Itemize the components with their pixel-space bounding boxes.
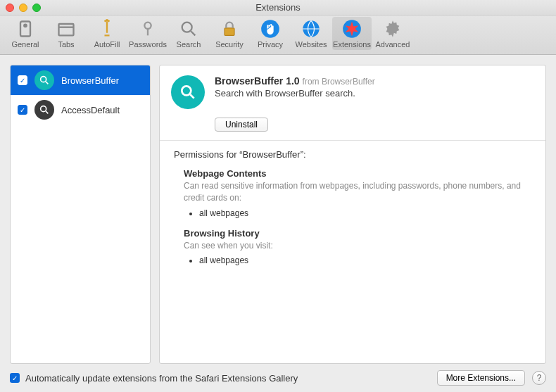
extension-detail: BrowserBuffer 1.0from BrowserBuffer Sear…	[159, 65, 546, 364]
svg-point-11	[41, 106, 46, 112]
svg-point-1	[24, 25, 27, 27]
lock-icon	[220, 19, 239, 39]
tab-passwords[interactable]: Passwords	[128, 17, 168, 50]
toolbar-label: Privacy	[258, 40, 283, 49]
auto-update-checkbox[interactable]: ✓	[10, 373, 20, 383]
help-button[interactable]: ?	[532, 371, 546, 385]
extensions-sidebar: ✓ BrowserBuffer ✓ AccessDefault	[10, 65, 151, 364]
extension-name: BrowserBuffer	[61, 75, 119, 86]
tabs-icon	[56, 19, 76, 39]
uninstall-button[interactable]: Uninstall	[215, 118, 268, 132]
svg-rect-2	[59, 24, 74, 35]
toolbar-label: Security	[215, 40, 244, 49]
hand-icon	[260, 19, 280, 39]
svg-point-12	[182, 86, 191, 95]
window-title: Extensions	[0, 2, 556, 13]
detail-header: BrowserBuffer 1.0from BrowserBuffer Sear…	[160, 65, 545, 115]
extension-item-accessdefault[interactable]: ✓ AccessDefault	[11, 95, 150, 125]
svg-point-4	[182, 23, 192, 32]
tab-extensions[interactable]: Extensions	[332, 17, 372, 50]
pencil-icon	[97, 19, 117, 39]
more-extensions-button[interactable]: More Extensions...	[437, 370, 525, 386]
tab-search[interactable]: Search	[169, 17, 208, 50]
permission-description: Can read sensitive information from webp…	[184, 180, 531, 204]
tab-security[interactable]: Security	[210, 17, 249, 50]
search-icon	[179, 19, 198, 39]
gear-icon	[383, 19, 403, 39]
permission-item: all webpages	[199, 255, 531, 265]
toolbar-label: AutoFill	[94, 40, 120, 49]
globe-icon	[301, 19, 321, 39]
svg-rect-5	[225, 28, 234, 36]
tab-general[interactable]: General	[6, 17, 45, 50]
permission-heading: Browsing History	[184, 228, 531, 239]
extension-checkbox[interactable]: ✓	[18, 75, 27, 85]
permissions-title: Permissions for “BrowserBuffer”:	[174, 149, 531, 160]
content-area: ✓ BrowserBuffer ✓ AccessDefault BrowserB…	[0, 55, 556, 364]
toolbar-label: Extensions	[333, 40, 371, 49]
preferences-toolbar: General Tabs AutoFill Passwords Search S…	[0, 15, 556, 55]
extensions-icon	[342, 19, 362, 39]
permission-description: Can see when you visit:	[184, 240, 531, 252]
extension-description: Search with BrowserBuffer search.	[215, 88, 375, 99]
extension-name: AccessDefault	[61, 105, 120, 115]
switch-icon	[15, 19, 35, 39]
tab-advanced[interactable]: Advanced	[373, 17, 412, 50]
tab-autofill[interactable]: AutoFill	[87, 17, 127, 50]
permission-item: all webpages	[199, 208, 531, 218]
permissions-panel: Permissions for “BrowserBuffer”: Webpage…	[160, 141, 545, 288]
extension-detail-icon	[171, 75, 205, 109]
footer: ✓ Automatically update extensions from t…	[0, 364, 556, 392]
extension-from: from BrowserBuffer	[303, 77, 375, 87]
toolbar-label: General	[11, 40, 39, 49]
tab-privacy[interactable]: Privacy	[251, 17, 290, 50]
toolbar-label: Search	[177, 40, 201, 49]
extension-item-browserbuffer[interactable]: ✓ BrowserBuffer	[11, 65, 150, 95]
toolbar-label: Advanced	[376, 40, 410, 49]
svg-point-3	[144, 23, 151, 29]
svg-point-10	[41, 77, 46, 82]
extension-title: BrowserBuffer 1.0	[215, 75, 300, 87]
titlebar: Extensions	[0, 0, 556, 15]
toolbar-label: Tabs	[58, 40, 74, 49]
auto-update-label: Automatically update extensions from the…	[25, 373, 437, 384]
tab-websites[interactable]: Websites	[291, 17, 331, 50]
toolbar-label: Passwords	[129, 40, 167, 49]
tab-tabs[interactable]: Tabs	[46, 17, 86, 50]
permission-heading: Webpage Contents	[184, 168, 531, 179]
extension-icon	[34, 100, 54, 120]
key-icon	[138, 19, 158, 39]
toolbar-label: Websites	[295, 40, 327, 49]
extension-checkbox[interactable]: ✓	[18, 105, 27, 115]
extension-icon	[34, 70, 54, 90]
